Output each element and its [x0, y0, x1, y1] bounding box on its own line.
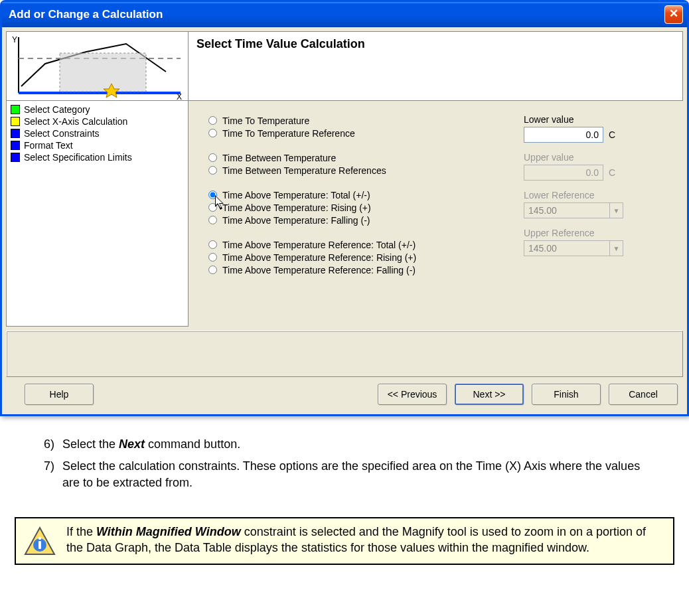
dialog-window: Add or Change a Calculation ✕ Y X: [0, 0, 689, 416]
close-button[interactable]: ✕: [664, 5, 683, 24]
radio-input[interactable]: [208, 153, 217, 162]
radio-group-2: Time Between Temperature Time Between Te…: [208, 151, 497, 177]
radio-above-temp-ref-total[interactable]: Time Above Temperature Reference: Total …: [208, 238, 497, 251]
doc-steps: 6) Select the Next command button. 7) Se…: [0, 416, 689, 510]
radio-label: Time Above Temperature: Total (+/-): [222, 190, 370, 200]
wizard-steps-list: Select Category Select X-Axis Calculatio…: [6, 101, 189, 327]
chevron-down-icon: ▼: [609, 241, 623, 256]
radio-input[interactable]: [208, 166, 217, 175]
radio-input[interactable]: [208, 216, 217, 224]
step-status-icon: [11, 141, 20, 150]
radio-label: Time Between Temperature References: [222, 165, 386, 176]
help-button[interactable]: Help: [25, 384, 94, 405]
lower-value-block: Lower value C: [524, 114, 663, 143]
dialog-body: Y X Select Category Select X-Axis Calcul…: [2, 27, 687, 331]
upper-value-unit: C: [609, 167, 615, 178]
radio-input[interactable]: [208, 191, 217, 199]
radio-input[interactable]: [208, 240, 217, 249]
value-column: Lower value C Upper value C: [524, 114, 663, 320]
note-text: If the Within Magnified Window constrain…: [66, 524, 665, 556]
radio-input[interactable]: [208, 266, 217, 274]
nav-item-select-xaxis[interactable]: Select X-Axis Calculation: [7, 116, 188, 127]
nav-item-spec-limits[interactable]: Select Specification Limits: [7, 151, 188, 163]
radio-above-temp-ref-rising[interactable]: Time Above Temperature Reference: Rising…: [208, 251, 497, 264]
radio-time-between-temp[interactable]: Time Between Temperature: [208, 151, 497, 164]
finish-button[interactable]: Finish: [532, 384, 601, 405]
cancel-button[interactable]: Cancel: [609, 384, 678, 405]
radio-group-1: Time To Temperature Time To Temperature …: [208, 114, 497, 139]
radio-time-between-temp-ref[interactable]: Time Between Temperature References: [208, 164, 497, 177]
lower-value-label: Lower value: [524, 114, 663, 125]
nav-label: Select Specification Limits: [24, 152, 132, 163]
nav-item-select-constraints[interactable]: Select Constraints: [7, 127, 188, 139]
page-header: Select Time Value Calculation: [189, 31, 683, 101]
step-status-icon: [11, 117, 20, 126]
radio-label: Time Above Temperature Reference: Fallin…: [222, 265, 416, 275]
upper-ref-block: Upper Reference 145.00 ▼: [524, 228, 663, 256]
nav-label: Select X-Axis Calculation: [24, 116, 127, 127]
radio-input[interactable]: [208, 129, 217, 137]
radio-group-4: Time Above Temperature Reference: Total …: [208, 238, 497, 276]
previous-button[interactable]: << Previous: [378, 384, 447, 405]
step-status-icon: [11, 153, 20, 162]
radio-input[interactable]: [208, 253, 217, 262]
radio-time-to-temp-ref[interactable]: Time To Temperature Reference: [208, 127, 497, 139]
lower-ref-block: Lower Reference 145.00 ▼: [524, 190, 663, 218]
step-text: Select the calculation constraints. Thes…: [62, 458, 649, 491]
next-button[interactable]: Next >>: [455, 384, 524, 405]
nav-label: Select Constraints: [24, 128, 100, 139]
left-column: Y X Select Category Select X-Axis Calcul…: [6, 31, 189, 327]
lower-ref-label: Lower Reference: [524, 190, 663, 200]
step-status-icon: [11, 105, 20, 114]
step-number: 6): [40, 436, 62, 453]
lower-value-input[interactable]: [524, 127, 603, 143]
radio-time-to-temp[interactable]: Time To Temperature: [208, 114, 497, 127]
titlebar[interactable]: Add or Change a Calculation ✕: [2, 2, 687, 27]
lower-ref-value: 145.00: [528, 205, 557, 216]
upper-ref-label: Upper Reference: [524, 228, 663, 238]
spacer-panel: [6, 331, 683, 377]
radio-above-temp-falling[interactable]: Time Above Temperature: Falling (-): [208, 214, 497, 226]
window-title: Add or Change a Calculation: [9, 8, 163, 21]
radio-above-temp-total[interactable]: Time Above Temperature: Total (+/-): [208, 189, 497, 201]
svg-rect-5: [60, 53, 146, 92]
radio-input[interactable]: [208, 203, 217, 212]
info-note: If the Within Magnified Window constrain…: [15, 517, 674, 565]
step-number: 7): [40, 458, 62, 491]
radio-column: Time To Temperature Time To Temperature …: [208, 114, 497, 320]
radio-above-temp-rising[interactable]: Time Above Temperature: Rising (+): [208, 201, 497, 214]
chart-thumbnail-icon: Y X: [7, 32, 188, 100]
info-icon: [24, 526, 56, 558]
svg-rect-11: [38, 541, 41, 549]
doc-step-7: 7) Select the calculation constraints. T…: [40, 458, 649, 491]
right-column: Select Time Value Calculation Time To Te…: [189, 31, 683, 327]
lower-ref-combo: 145.00 ▼: [524, 202, 623, 218]
upper-value-label: Upper value: [524, 152, 663, 163]
button-row: Help << Previous Next >> Finish Cancel: [2, 377, 687, 414]
nav-item-format-text[interactable]: Format Text: [7, 139, 188, 151]
radio-label: Time Above Temperature: Rising (+): [222, 202, 371, 213]
upper-ref-combo: 145.00 ▼: [524, 240, 623, 256]
upper-ref-value: 145.00: [528, 243, 557, 254]
close-icon: ✕: [669, 7, 678, 20]
upper-value-block: Upper value C: [524, 152, 663, 181]
radio-input[interactable]: [208, 116, 217, 125]
radio-label: Time To Temperature: [222, 116, 309, 126]
step-text: Select the Next command button.: [62, 436, 649, 453]
radio-label: Time Between Temperature: [222, 153, 336, 163]
nav-label: Format Text: [24, 140, 73, 151]
doc-step-6: 6) Select the Next command button.: [40, 436, 649, 453]
chevron-down-icon: ▼: [609, 203, 623, 218]
radio-above-temp-ref-falling[interactable]: Time Above Temperature Reference: Fallin…: [208, 264, 497, 276]
radio-label: Time Above Temperature Reference: Rising…: [222, 252, 416, 263]
step-status-icon: [11, 129, 20, 138]
svg-text:X: X: [177, 92, 182, 100]
content-area: Time To Temperature Time To Temperature …: [189, 101, 683, 327]
lower-value-unit: C: [609, 129, 615, 140]
radio-group-3: Time Above Temperature: Total (+/-) Time…: [208, 189, 497, 226]
radio-label: Time Above Temperature: Falling (-): [222, 215, 370, 226]
radio-label: Time Above Temperature Reference: Total …: [222, 240, 416, 250]
nav-item-select-category[interactable]: Select Category: [7, 104, 188, 116]
svg-text:Y: Y: [12, 35, 17, 44]
radio-label: Time To Temperature Reference: [222, 128, 355, 139]
